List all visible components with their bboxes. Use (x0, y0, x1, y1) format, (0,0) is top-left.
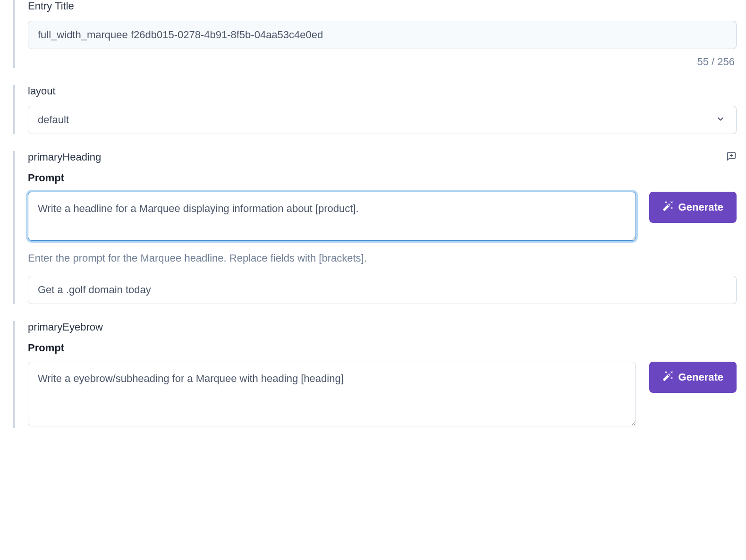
primary-heading-helper-text: Enter the prompt for the Marquee headlin… (28, 252, 737, 264)
comment-add-icon[interactable] (726, 151, 737, 163)
primary-eyebrow-label: primaryEyebrow (28, 321, 737, 333)
primary-heading-result-input[interactable] (28, 276, 737, 304)
primary-eyebrow-generate-button[interactable]: Generate (649, 362, 737, 393)
primary-heading-label: primaryHeading (28, 151, 101, 163)
magic-wand-icon (662, 370, 674, 384)
entry-title-char-counter: 55 / 256 (28, 56, 737, 68)
primary-eyebrow-prompt-label: Prompt (28, 342, 737, 354)
entry-title-label: Entry Title (28, 0, 737, 12)
generate-button-label: Generate (678, 371, 723, 383)
magic-wand-icon (662, 200, 674, 214)
primary-eyebrow-prompt-textarea[interactable]: Write a eyebrow/subheading for a Marquee… (28, 362, 636, 426)
generate-button-label: Generate (678, 201, 723, 213)
primary-heading-prompt-textarea[interactable]: Write a headline for a Marquee displayin… (28, 192, 636, 241)
entry-title-input[interactable] (28, 21, 737, 49)
layout-select[interactable]: default (28, 106, 737, 134)
primary-heading-prompt-label: Prompt (28, 172, 737, 184)
layout-label: layout (28, 85, 737, 97)
primary-heading-generate-button[interactable]: Generate (649, 192, 737, 223)
